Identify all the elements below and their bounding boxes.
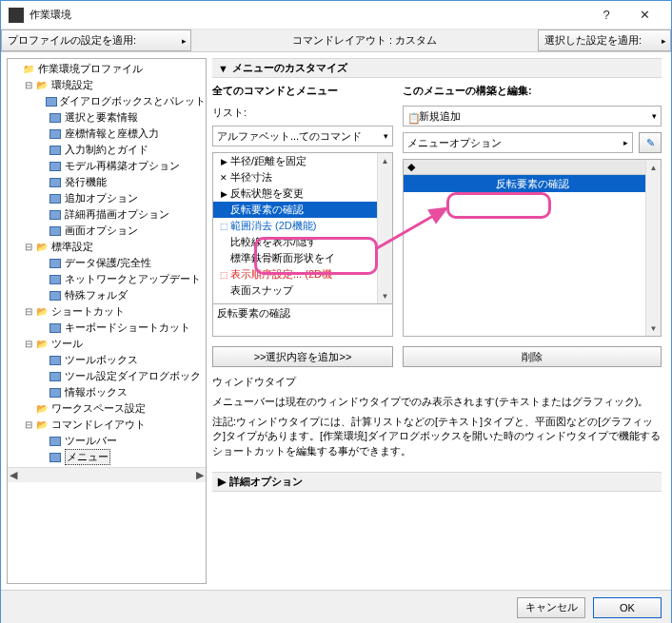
expand-icon: ▶ <box>218 476 226 488</box>
tree-item[interactable]: ツールボックス <box>10 352 206 368</box>
list-item[interactable]: ▶半径/距離を固定 <box>213 153 392 169</box>
tree-item[interactable]: データ保護/完全性 <box>10 255 206 271</box>
section-header-customize[interactable]: ▼メニューのカスタマイズ <box>212 58 662 78</box>
ok-button[interactable]: OK <box>593 597 662 618</box>
pencil-icon: ✎ <box>646 137 655 149</box>
chevron-down-icon: ▸ <box>182 36 187 46</box>
right-filter-select[interactable]: メニューオプション▸ <box>403 132 633 153</box>
window-type-note: 注記:ウィンドウタイプには、計算リストなどの[テキスト]タイプと、平面図などの[… <box>212 415 662 458</box>
h-scrollbar[interactable]: ◀▶ <box>8 467 206 482</box>
toolbar: プロファイルの設定を適用: ▸ コマンドレイアウト : カスタム 選択した設定を… <box>1 29 671 52</box>
selected-apply-label: 選択した設定を適用: <box>544 33 642 48</box>
tree-group[interactable]: ⊟📂コマンドレイアウト <box>10 417 206 433</box>
tree-item[interactable]: ネットワークとアップデート <box>10 271 206 287</box>
list-item[interactable]: 比較線を表示/隠す <box>213 234 392 250</box>
tree-root[interactable]: 📁作業環境プロファイル <box>10 61 206 77</box>
titlebar: 作業環境 ? ✕ <box>1 1 671 29</box>
diamond-icon: ◆ <box>407 161 415 173</box>
tree-item[interactable]: ダイアログボックスとパレット <box>10 93 206 109</box>
chevron-down-icon: ▾ <box>652 111 657 121</box>
tree-group[interactable]: ⊟📂環境設定 <box>10 77 206 93</box>
tree-item[interactable]: 情報ボックス <box>10 384 206 400</box>
toolbar-center-label: コマンドレイアウト : カスタム <box>191 29 538 51</box>
edit-icon-button[interactable]: ✎ <box>639 132 662 153</box>
tree-item[interactable]: ツール設定ダイアログボック <box>10 368 206 384</box>
status-box: 反転要素の確認 <box>212 304 393 337</box>
list-item[interactable]: 標準鉄骨断面形状をイ <box>213 250 392 266</box>
list-label: リスト: <box>212 106 254 120</box>
window-title: 作業環境 <box>30 8 587 22</box>
dialog-footer: キャンセル OK <box>1 590 671 623</box>
list-item[interactable]: ✕半径寸法 <box>213 169 392 185</box>
list-item[interactable]: 表面スナップ <box>213 282 392 299</box>
tree-group[interactable]: ⊟📂ツール <box>10 336 206 352</box>
right-col-header: このメニューの構築と編集: <box>403 84 662 98</box>
app-icon <box>9 8 24 23</box>
left-col-header: 全てのコマンドとメニュー <box>212 84 393 98</box>
selected-apply-combo[interactable]: 選択した設定を適用: ▸ <box>538 29 671 51</box>
tree-item[interactable]: 追加オプション <box>10 190 206 206</box>
list-item[interactable]: ⬚範囲消去 (2D機能) <box>213 218 392 234</box>
chevron-right-icon: ▸ <box>623 138 628 147</box>
tree-item[interactable]: ツールバー <box>10 433 206 449</box>
list-item[interactable]: ⬚表示順序設定... (2D機 <box>213 266 392 282</box>
chevron-down-icon: ▾ <box>384 131 388 141</box>
sidebar-tree[interactable]: 📁作業環境プロファイル ⊟📂環境設定 ダイアログボックスとパレット 選択と要素情… <box>7 58 207 584</box>
left-listbox[interactable]: ▶半径/距離を固定 ✕半径寸法 ▶反転状態を変更 反転要素の確認 ⬚範囲消去 (… <box>212 152 393 304</box>
tree-item[interactable]: 特殊フォルダ <box>10 287 206 303</box>
left-filter-select[interactable]: アルファベット...てのコマンド▾ <box>212 126 393 146</box>
tree-group[interactable]: 📂ワークスペース設定 <box>10 400 206 417</box>
tree-item[interactable]: 選択と要素情報 <box>10 109 206 126</box>
tree-item[interactable]: モデル再構築オプション <box>10 158 206 174</box>
tree-item[interactable]: キーボードショートカット <box>10 320 206 336</box>
tree-group[interactable]: ⊟📂ショートカット <box>10 303 206 320</box>
tree-item[interactable]: 画面オプション <box>10 223 206 239</box>
help-button[interactable]: ? <box>587 2 625 29</box>
list-header: ◆ <box>404 160 661 175</box>
v-scrollbar[interactable]: ▲▼ <box>645 160 661 336</box>
cancel-button[interactable]: キャンセル <box>517 597 585 618</box>
profile-apply-label: プロファイルの設定を適用: <box>8 33 136 48</box>
window-type-heading: ウィンドウタイプ <box>212 375 662 389</box>
tree-group[interactable]: ⊟📂標準設定 <box>10 239 206 255</box>
tree-item[interactable]: 発行機能 <box>10 174 206 190</box>
list-item-selected[interactable]: 反転要素の確認 <box>213 202 392 218</box>
right-list-item-selected[interactable]: 反転要素の確認 <box>404 175 661 192</box>
close-button[interactable]: ✕ <box>625 2 663 29</box>
window-type-text: メニューバーは現在のウィンドウタイプでのみ表示されます(テキストまたはグラフィッ… <box>212 395 662 409</box>
chevron-down-icon: ▸ <box>662 36 666 46</box>
right-target-select[interactable]: 📋新規追加▾ <box>403 106 662 127</box>
tree-item[interactable]: 詳細再描画オプション <box>10 206 206 223</box>
list-item[interactable]: ▶反転状態を変更 <box>213 185 392 202</box>
profile-apply-combo[interactable]: プロファイルの設定を適用: ▸ <box>1 29 191 51</box>
add-selection-button[interactable]: >>選択内容を追加>> <box>212 346 393 367</box>
collapse-icon: ▼ <box>218 63 228 74</box>
delete-button[interactable]: 削除 <box>403 346 662 367</box>
right-listbox[interactable]: ◆ 反転要素の確認 ▲▼ <box>403 159 662 337</box>
section-header-detail[interactable]: ▶詳細オプション <box>212 472 662 492</box>
tree-item[interactable]: 入力制約とガイド <box>10 142 206 158</box>
tree-item-selected[interactable]: メニュー <box>10 449 206 465</box>
v-scrollbar[interactable]: ▲▼ <box>377 153 392 303</box>
tree-item[interactable]: 座標情報と座標入力 <box>10 126 206 142</box>
